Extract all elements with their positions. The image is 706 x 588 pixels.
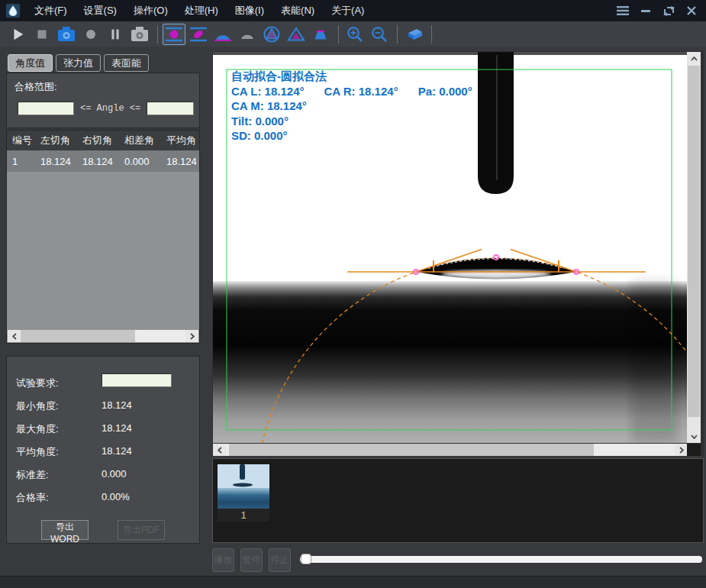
menu-file[interactable]: 文件(F) <box>26 0 76 21</box>
fit-spherical-cap-disabled-button[interactable] <box>236 24 259 45</box>
playback-stop-button[interactable]: 停止 <box>269 548 291 572</box>
restore-button[interactable] <box>657 1 680 21</box>
fit-spherical-cap-button[interactable] <box>211 24 234 45</box>
stop-button[interactable] <box>31 24 53 45</box>
snapshot-button[interactable] <box>128 24 151 45</box>
play-button[interactable] <box>6 24 29 45</box>
eraser-button[interactable] <box>402 24 425 45</box>
drop-image-canvas[interactable]: 自动拟合-圆拟合法 CA L: 18.124° CA R: 18.124° Pa… <box>213 52 688 443</box>
scroll-right-icon[interactable] <box>675 444 688 456</box>
export-pdf-button[interactable]: 导出PDF <box>118 520 165 540</box>
col-left-angle: 左切角 <box>37 134 79 147</box>
fit-trapezoid-button[interactable] <box>309 24 332 45</box>
minimize-button[interactable] <box>634 1 657 21</box>
scrollbar-track[interactable] <box>226 444 675 456</box>
fit-triangle-button[interactable] <box>285 24 308 45</box>
ca-right-value: CA R: 18.124° <box>324 84 398 99</box>
menu-image[interactable]: 图像(I) <box>227 0 272 21</box>
menu-performance[interactable]: 表能(N) <box>272 0 323 21</box>
fit-triangle-icon <box>287 25 305 44</box>
scrollbar-track[interactable] <box>21 330 185 342</box>
measurement-table: 编号 左切角 右切角 相差角 平均角 1 18.124 18.124 0.000… <box>6 130 200 344</box>
menu-processing[interactable]: 处理(H) <box>176 0 227 21</box>
viewport-vertical-scrollbar[interactable] <box>687 52 701 443</box>
tilt-value: Tilt: 0.000° <box>231 114 472 129</box>
angle-max-input[interactable] <box>147 102 194 115</box>
scroll-up-icon[interactable] <box>687 52 701 65</box>
camera-capture-button[interactable] <box>55 24 78 45</box>
left-panel: 角度值 张力值 表面能 合格范围: <= Angle <= 编号 左切角 右切角… <box>6 52 205 576</box>
fit-circle-button[interactable] <box>163 24 185 45</box>
scroll-left-icon[interactable] <box>8 330 21 342</box>
play-icon <box>9 26 26 43</box>
requirement-input[interactable] <box>102 373 172 387</box>
tab-tension-value[interactable]: 张力值 <box>56 54 101 72</box>
app-water-drop-icon <box>6 4 20 18</box>
measurement-overlay: 自动拟合-圆拟合法 CA L: 18.124° CA R: 18.124° Pa… <box>231 69 472 144</box>
toolbar-separator <box>157 25 158 44</box>
scroll-left-icon[interactable] <box>213 444 226 456</box>
frame-slider-thumb[interactable] <box>301 554 311 564</box>
requirement-label: 试验要求: <box>16 376 59 390</box>
snapshot-camera-icon <box>130 25 150 44</box>
table-header: 编号 左切角 右切角 相差角 平均角 <box>7 131 199 150</box>
mean-angle-label: 平均角度: <box>16 445 59 459</box>
thumbnail-item[interactable]: 1 <box>218 464 269 522</box>
sd-value: SD: 0.000° <box>231 128 472 144</box>
fit-ellipse-button[interactable] <box>187 24 210 45</box>
scrollbar-corner <box>687 444 701 456</box>
zoom-out-icon <box>370 25 388 44</box>
table-horizontal-scrollbar[interactable] <box>8 330 198 342</box>
result-tabs: 角度值 张力值 表面能 <box>8 54 149 72</box>
playback-play-button[interactable]: 播放 <box>212 548 234 572</box>
scrollbar-thumb[interactable] <box>21 330 135 342</box>
fit-circle-triangle-button[interactable] <box>260 24 283 45</box>
thumbnail-panel: 1 <box>212 458 704 543</box>
max-angle-value: 18.124 <box>102 422 132 434</box>
close-button[interactable] <box>680 1 703 21</box>
menu-about[interactable]: 关于(A) <box>323 0 372 21</box>
menu-operation[interactable]: 操作(O) <box>125 0 176 21</box>
col-mean-angle: 平均角 <box>163 134 199 147</box>
col-diff-angle: 相差角 <box>121 134 163 147</box>
toolbar-separator <box>338 25 339 44</box>
hamburger-menu-icon[interactable] <box>611 1 634 21</box>
viewport-horizontal-scrollbar[interactable] <box>213 444 688 456</box>
camera-capture-icon <box>56 25 76 44</box>
min-angle-label: 最小角度: <box>16 399 59 413</box>
mean-angle-value: 18.124 <box>102 445 132 457</box>
scroll-down-icon[interactable] <box>687 430 701 443</box>
menu-settings[interactable]: 设置(S) <box>76 0 125 21</box>
export-word-button[interactable]: 导出WORD <box>41 520 89 540</box>
ca-mean-value: CA M: 18.124° <box>231 99 472 114</box>
zoom-out-button[interactable] <box>368 24 391 45</box>
col-right-angle: 右切角 <box>79 134 121 147</box>
record-button[interactable] <box>79 24 102 45</box>
table-row[interactable]: 1 18.124 18.124 0.000 18.124 <box>7 150 199 172</box>
frame-slider[interactable] <box>300 556 702 563</box>
pass-rate-value: 0.00% <box>102 491 130 502</box>
statistics-box: 试验要求: 最小角度: 18.124 最大角度: 18.124 平均角度: 18… <box>6 356 200 544</box>
scrollbar-thumb[interactable] <box>229 444 594 456</box>
scroll-right-icon[interactable] <box>185 330 198 342</box>
fit-circle-icon <box>165 25 183 44</box>
pause-icon <box>107 26 124 43</box>
playback-pause-button[interactable]: 暂停 <box>240 548 263 572</box>
zoom-in-icon <box>346 25 364 44</box>
toolbar-separator <box>431 25 432 44</box>
image-viewport: 自动拟合-圆拟合法 CA L: 18.124° CA R: 18.124° Pa… <box>212 51 704 456</box>
max-angle-label: 最大角度: <box>16 422 59 436</box>
pause-button[interactable] <box>104 24 127 45</box>
zoom-in-button[interactable] <box>343 24 366 45</box>
scrollbar-thumb[interactable] <box>688 66 700 417</box>
tab-surface-energy[interactable]: 表面能 <box>104 54 149 72</box>
title-bar: 文件(F) 设置(S) 操作(O) 处理(H) 图像(I) 表能(N) 关于(A… <box>0 0 706 21</box>
eraser-icon <box>404 26 424 43</box>
qualified-range-label: 合格范围: <box>15 80 57 94</box>
toolbar-separator <box>397 25 398 44</box>
status-strip <box>0 576 706 588</box>
std-dev-label: 标准差: <box>16 468 49 482</box>
stop-icon <box>34 26 50 43</box>
angle-min-input[interactable] <box>18 102 74 115</box>
tab-angle-value[interactable]: 角度值 <box>8 54 53 72</box>
